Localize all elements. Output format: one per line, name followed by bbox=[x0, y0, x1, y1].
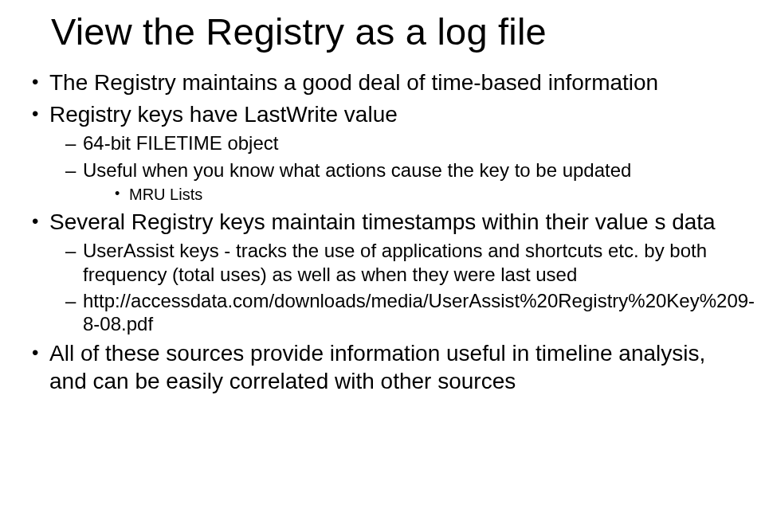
sub-bullet-text: Useful when you know what actions cause … bbox=[83, 159, 631, 181]
sub-bullet-text: 64-bit FILETIME object bbox=[83, 132, 278, 154]
sub-bullet-item: UserAssist keys - tracks the use of appl… bbox=[49, 239, 743, 286]
bullet-text: Several Registry keys maintain timestamp… bbox=[49, 209, 716, 234]
sub-sub-bullet-list: MRU Lists bbox=[83, 185, 743, 204]
bullet-item: Several Registry keys maintain timestamp… bbox=[22, 209, 743, 335]
bullet-item: Registry keys have LastWrite value 64-bi… bbox=[22, 101, 743, 204]
sub-bullet-text: http://accessdata.com/downloads/media/Us… bbox=[83, 290, 755, 334]
bullet-text: The Registry maintains a good deal of ti… bbox=[49, 70, 658, 95]
bullet-item: The Registry maintains a good deal of ti… bbox=[22, 69, 743, 96]
sub-bullet-text: UserAssist keys - tracks the use of appl… bbox=[83, 240, 707, 284]
bullet-list: The Registry maintains a good deal of ti… bbox=[22, 69, 743, 395]
sub-bullet-list: UserAssist keys - tracks the use of appl… bbox=[49, 239, 743, 335]
slide-title: View the Registry as a log file bbox=[51, 10, 743, 53]
slide: View the Registry as a log file The Regi… bbox=[0, 0, 765, 532]
sub-bullet-list: 64-bit FILETIME object Useful when you k… bbox=[49, 131, 743, 204]
bullet-item: All of these sources provide information… bbox=[22, 340, 743, 394]
bullet-text: Registry keys have LastWrite value bbox=[49, 102, 398, 127]
sub-bullet-item: 64-bit FILETIME object bbox=[49, 131, 743, 155]
sub-sub-bullet-text: MRU Lists bbox=[129, 186, 202, 203]
sub-sub-bullet-item: MRU Lists bbox=[83, 185, 743, 204]
sub-bullet-item: Useful when you know what actions cause … bbox=[49, 158, 743, 205]
sub-bullet-item: http://accessdata.com/downloads/media/Us… bbox=[49, 289, 743, 336]
bullet-text: All of these sources provide information… bbox=[49, 341, 705, 393]
